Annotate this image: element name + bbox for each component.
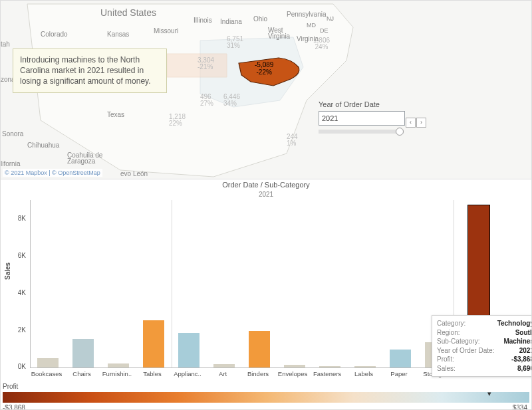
x-tick: Envelopes: [276, 370, 309, 377]
bar-art[interactable]: [213, 364, 235, 367]
bar-tooltip: Category:Technology Region:South Sub-Cat…: [432, 315, 532, 377]
bar-labels[interactable]: [354, 366, 376, 367]
x-tick: Art: [206, 370, 239, 377]
filter-value-input[interactable]: 2021: [319, 111, 405, 126]
y-axis-label: Sales: [4, 262, 11, 280]
y-tick: 0K: [13, 363, 26, 370]
y-tick: 4K: [13, 289, 26, 296]
map-attribution: © 2021 Mapbox | © OpenStreetMap: [3, 169, 102, 177]
filter-slider[interactable]: [319, 130, 404, 134]
filter-next-button[interactable]: ›: [416, 118, 426, 128]
bar-chart-subheader: 2021: [1, 191, 531, 198]
legend-max: $334: [513, 404, 527, 410]
bar-furnishings[interactable]: [108, 363, 129, 367]
category-divider: [172, 200, 172, 367]
bar-chairs[interactable]: [72, 339, 94, 367]
x-tick: Bookcases: [30, 370, 63, 377]
bar-binders[interactable]: [249, 331, 270, 367]
profit-color-legend: Profit ▾ -$3,868 $334: [1, 383, 531, 409]
legend-marker-icon: ▾: [487, 389, 491, 398]
annotation-callout: Introducing machines to the North Caroli…: [13, 49, 167, 93]
bar-tables[interactable]: [143, 320, 164, 367]
legend-min: -$3,868: [3, 404, 25, 410]
slider-thumb[interactable]: [396, 128, 404, 136]
bar-chart-header: Order Date / Sub-Category: [1, 181, 531, 189]
bar-fasteners[interactable]: [319, 366, 340, 367]
state-north-carolina[interactable]: -5,089-22%: [235, 56, 301, 86]
filter-title: Year of Order Date: [319, 100, 412, 108]
dashboard-root: United States Colorado Kansas Missouri I…: [0, 0, 532, 410]
x-tick: Binders: [241, 370, 275, 377]
y-tick: 2K: [13, 326, 26, 334]
map-panel[interactable]: United States Colorado Kansas Missouri I…: [1, 1, 531, 179]
x-tick: Paper: [382, 370, 416, 377]
x-tick: Chairs: [65, 370, 98, 377]
x-tick: Labels: [347, 370, 380, 377]
legend-title: Profit: [3, 383, 18, 390]
bar-appliances[interactable]: [178, 333, 200, 367]
x-tick: Furnishin..: [100, 370, 134, 377]
x-tick: Fasteners: [311, 370, 344, 377]
x-tick: Tables: [136, 370, 169, 377]
filter-prev-button[interactable]: ‹: [406, 118, 416, 128]
year-filter: Year of Order Date 2021 ‹ ›: [319, 100, 412, 134]
y-tick: 8K: [13, 215, 26, 222]
bar-paper[interactable]: [390, 350, 411, 367]
x-tick: Applianc..: [171, 370, 204, 377]
legend-gradient[interactable]: [3, 392, 529, 403]
bar-bookcases[interactable]: [37, 358, 59, 367]
state-value-label: -5,089-22%: [255, 61, 273, 76]
y-tick: 6K: [13, 252, 26, 259]
bar-envelopes[interactable]: [284, 365, 305, 367]
